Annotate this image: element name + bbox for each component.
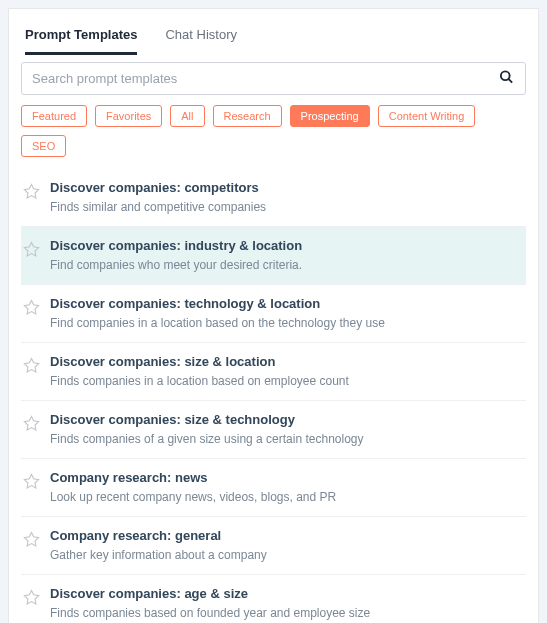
template-item-title: Discover companies: industry & location: [50, 237, 520, 255]
svg-point-0: [501, 71, 510, 80]
tab-chat-history[interactable]: Chat History: [165, 23, 237, 55]
template-item-title: Company research: general: [50, 527, 520, 545]
template-item[interactable]: Discover companies: technology & locatio…: [21, 285, 526, 343]
template-item-desc: Finds companies of a given size using a …: [50, 431, 520, 448]
search-wrap: [21, 62, 526, 95]
filter-favorites[interactable]: Favorites: [95, 105, 162, 127]
svg-marker-9: [24, 590, 38, 603]
search-input[interactable]: [21, 62, 526, 95]
template-item-desc: Finds similar and competitive companies: [50, 199, 520, 216]
template-item-body: Discover companies: size & technologyFin…: [50, 411, 520, 448]
template-item-body: Discover companies: technology & locatio…: [50, 295, 520, 332]
star-icon[interactable]: [23, 531, 40, 548]
template-item[interactable]: Discover companies: competitorsFinds sim…: [21, 169, 526, 227]
filter-prospecting[interactable]: Prospecting: [290, 105, 370, 127]
filter-content-writing[interactable]: Content Writing: [378, 105, 476, 127]
template-item-desc: Find companies in a location based on th…: [50, 315, 520, 332]
star-icon[interactable]: [23, 183, 40, 200]
svg-marker-8: [24, 532, 38, 545]
star-icon[interactable]: [23, 415, 40, 432]
template-item-title: Discover companies: technology & locatio…: [50, 295, 520, 313]
star-icon[interactable]: [23, 589, 40, 606]
template-item-body: Discover companies: age & sizeFinds comp…: [50, 585, 520, 622]
template-item-desc: Gather key information about a company: [50, 547, 520, 564]
template-item[interactable]: Discover companies: size & technologyFin…: [21, 401, 526, 459]
template-item-body: Discover companies: industry & locationF…: [50, 237, 520, 274]
template-item-title: Discover companies: size & technology: [50, 411, 520, 429]
star-icon[interactable]: [23, 299, 40, 316]
prompt-panel: Prompt Templates Chat History Featured F…: [8, 8, 539, 623]
svg-marker-2: [24, 184, 38, 197]
svg-marker-3: [24, 242, 38, 255]
svg-marker-5: [24, 358, 38, 371]
filter-seo[interactable]: SEO: [21, 135, 66, 157]
template-item-title: Discover companies: age & size: [50, 585, 520, 603]
search-icon[interactable]: [499, 69, 514, 88]
template-item-desc: Find companies who meet your desired cri…: [50, 257, 520, 274]
tab-prompt-templates[interactable]: Prompt Templates: [25, 23, 137, 55]
template-item-body: Company research: newsLook up recent com…: [50, 469, 520, 506]
svg-marker-4: [24, 300, 38, 313]
template-list: Discover companies: competitorsFinds sim…: [21, 169, 526, 623]
filter-all[interactable]: All: [170, 105, 204, 127]
filter-featured[interactable]: Featured: [21, 105, 87, 127]
svg-line-1: [508, 78, 512, 82]
filter-row: Featured Favorites All Research Prospect…: [21, 105, 526, 157]
star-icon[interactable]: [23, 357, 40, 374]
template-item[interactable]: Discover companies: age & sizeFinds comp…: [21, 575, 526, 623]
template-item-desc: Finds companies based on founded year an…: [50, 605, 520, 622]
template-item[interactable]: Company research: generalGather key info…: [21, 517, 526, 575]
template-item-title: Company research: news: [50, 469, 520, 487]
filter-research[interactable]: Research: [213, 105, 282, 127]
template-item[interactable]: Company research: newsLook up recent com…: [21, 459, 526, 517]
star-icon[interactable]: [23, 473, 40, 490]
star-icon[interactable]: [23, 241, 40, 258]
template-item-desc: Look up recent company news, videos, blo…: [50, 489, 520, 506]
svg-marker-7: [24, 474, 38, 487]
template-item-body: Company research: generalGather key info…: [50, 527, 520, 564]
template-item-title: Discover companies: size & location: [50, 353, 520, 371]
template-item-body: Discover companies: competitorsFinds sim…: [50, 179, 520, 216]
template-item-body: Discover companies: size & locationFinds…: [50, 353, 520, 390]
svg-marker-6: [24, 416, 38, 429]
template-item-desc: Finds companies in a location based on e…: [50, 373, 520, 390]
tab-bar: Prompt Templates Chat History: [21, 17, 526, 54]
template-item-title: Discover companies: competitors: [50, 179, 520, 197]
template-item[interactable]: Discover companies: size & locationFinds…: [21, 343, 526, 401]
template-item[interactable]: Discover companies: industry & locationF…: [21, 227, 526, 285]
